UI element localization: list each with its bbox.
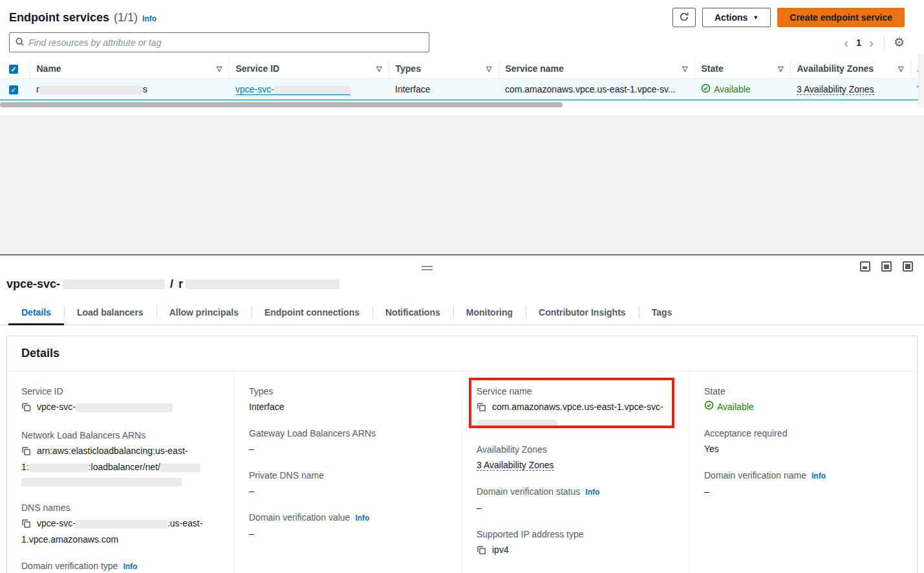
field-supported-ip-address-type: Supported IP address type ipv4 <box>477 527 675 559</box>
current-page[interactable]: 1 <box>856 38 861 48</box>
redacted-text <box>186 279 339 289</box>
field-private-dns-name: Private DNS name – <box>249 468 447 498</box>
field-nlb-arns: Network Load Balancers ARNs arn:aws:elas… <box>21 428 220 488</box>
split-panel: vpce-svc- / r Details Load balancers All… <box>0 254 924 573</box>
details-column-1: Service ID vpce-svc- Network Load Balanc… <box>7 371 234 573</box>
service-id-link[interactable]: vpce-svc- <box>235 84 350 95</box>
copy-icon[interactable] <box>21 446 31 460</box>
pagination: ‹ 1 › ⚙ <box>843 36 905 50</box>
field-acceptance-required: Acceptance required Yes <box>704 426 903 456</box>
panel-size-medium-icon[interactable] <box>881 261 892 272</box>
info-link[interactable]: Info <box>142 14 156 23</box>
info-link[interactable]: Info <box>585 488 599 497</box>
copy-icon[interactable] <box>21 402 31 416</box>
redacted-text <box>76 404 173 412</box>
panel-size-full-icon[interactable] <box>903 261 913 272</box>
sort-icon[interactable]: ▽ <box>898 65 903 73</box>
tab-monitoring[interactable]: Monitoring <box>453 301 526 325</box>
search-input[interactable] <box>28 38 424 48</box>
sort-icon[interactable]: ▽ <box>682 65 687 73</box>
info-link[interactable]: Info <box>355 514 369 523</box>
field-glb-arns: Gateway Load Balancers ARNs – <box>249 426 447 456</box>
previous-page-icon[interactable]: ‹ <box>843 36 850 49</box>
tab-bar: Details Load balancers Allow principals … <box>0 301 924 325</box>
availability-zones-popover[interactable]: 3 Availability Zones <box>797 84 874 95</box>
divider <box>884 36 885 50</box>
scrollbar-thumb[interactable] <box>0 102 563 107</box>
tab-load-balancers[interactable]: Load balancers <box>64 301 156 325</box>
refresh-button[interactable] <box>672 8 696 27</box>
table-toolbar: ‹ 1 › ⚙ <box>0 31 924 59</box>
redacted-text <box>63 279 165 289</box>
redacted-text <box>21 478 182 486</box>
field-dns-names: DNS names vpce-svc-.us-east- 1.vpce.amaz… <box>21 501 220 546</box>
details-card: Details Service ID vpce-svc- Network Loa… <box>6 336 918 573</box>
field-state: State Available <box>704 384 903 414</box>
tab-notifications[interactable]: Notifications <box>372 301 453 325</box>
cell-service-name: com.amazonaws.vpce.us-east-1.vpce-sv... <box>499 79 694 100</box>
create-endpoint-service-button[interactable]: Create endpoint service <box>777 8 905 27</box>
caret-down-icon: ▼ <box>753 14 758 21</box>
copy-icon[interactable] <box>21 518 31 532</box>
split-panel-title: vpce-svc- / r <box>0 255 924 297</box>
info-link[interactable]: Info <box>123 562 137 571</box>
endpoint-services-section: Endpoint services (1/1) Info Actions ▼ C… <box>0 0 924 116</box>
vertical-scrollbar[interactable] <box>918 54 924 104</box>
sort-icon[interactable]: ▽ <box>376 65 381 73</box>
field-domain-verification-value: Domain verification valueInfo – <box>249 510 447 541</box>
redacted-text <box>76 520 167 528</box>
sort-icon[interactable]: ▽ <box>778 65 783 73</box>
search-box[interactable] <box>9 32 429 52</box>
resource-count: (1/1) <box>114 11 138 25</box>
page-header: Endpoint services (1/1) Info Actions ▼ C… <box>0 0 924 31</box>
availability-zones-popover[interactable]: 3 Availability Zones <box>477 460 554 471</box>
redacted-text <box>39 86 143 94</box>
sort-icon[interactable]: ▽ <box>217 65 222 73</box>
field-domain-verification-status: Domain verification statusInfo – <box>477 484 675 515</box>
column-header-name[interactable]: Name <box>37 63 61 74</box>
preferences-gear-icon[interactable]: ⚙ <box>894 36 905 49</box>
split-panel-drag-handle[interactable] <box>422 266 433 272</box>
details-column-3: Service name com.amazonaws.vpce.us-east-… <box>462 371 689 573</box>
panel-size-small-icon[interactable] <box>860 261 870 272</box>
tab-details[interactable]: Details <box>8 301 64 325</box>
field-service-id: Service ID vpce-svc- <box>21 384 220 416</box>
row-checkbox[interactable]: ✓ <box>9 85 18 94</box>
table-header-row: ✓ Name▽ Service ID▽ Types▽ Service name▽… <box>0 59 924 79</box>
info-link[interactable]: Info <box>811 471 826 481</box>
aws-console-screen: Endpoint services (1/1) Info Actions ▼ C… <box>0 0 924 573</box>
redacted-text <box>477 420 557 428</box>
column-header-availability-zones[interactable]: Availability Zones <box>797 63 874 74</box>
sort-icon[interactable]: ▽ <box>486 65 491 73</box>
select-all-checkbox[interactable]: ✓ <box>9 65 18 74</box>
redacted-text <box>29 464 89 472</box>
search-icon <box>15 37 25 49</box>
column-header-state[interactable]: State <box>702 63 724 74</box>
redacted-text <box>160 464 200 472</box>
page-title: Endpoint services <box>9 11 109 25</box>
status-available-icon <box>701 83 711 95</box>
tab-contributor-insights[interactable]: Contributor Insights <box>526 301 639 325</box>
horizontal-scrollbar[interactable] <box>0 102 924 108</box>
table-row[interactable]: ✓ rs vpce-svc- Interface com.amazonaws.v… <box>0 79 924 100</box>
refresh-icon <box>679 12 689 24</box>
field-domain-verification-name: Domain verification nameInfo – <box>704 468 903 499</box>
tab-allow-principals[interactable]: Allow principals <box>156 301 252 325</box>
background-gap <box>0 116 924 254</box>
status-badge: Available <box>704 400 754 414</box>
tab-endpoint-connections[interactable]: Endpoint connections <box>252 301 372 325</box>
details-card-heading: Details <box>7 336 917 371</box>
field-domain-verification-type: Domain verification typeInfo – <box>21 559 220 573</box>
actions-button[interactable]: Actions ▼ <box>702 8 771 27</box>
column-header-service-name[interactable]: Service name <box>506 63 564 74</box>
column-header-service-id[interactable]: Service ID <box>236 63 280 74</box>
status-badge: Available <box>701 83 751 95</box>
panel-layout-controls <box>860 261 913 272</box>
column-header-types[interactable]: Types <box>396 63 421 74</box>
next-page-icon[interactable]: › <box>868 36 875 49</box>
tab-tags[interactable]: Tags <box>639 301 685 325</box>
copy-icon[interactable] <box>477 545 486 559</box>
details-column-4: State Available Acceptance required Yes <box>689 371 917 573</box>
redacted-text <box>274 86 350 94</box>
copy-icon[interactable] <box>477 402 486 416</box>
